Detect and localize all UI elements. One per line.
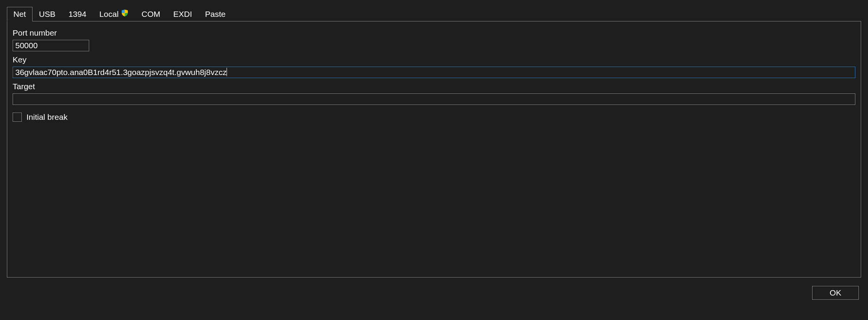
tab-label: Net: [13, 10, 26, 19]
port-number-input[interactable]: [13, 40, 89, 51]
tab-exdi[interactable]: EXDI: [167, 7, 199, 21]
tab-label: Local: [100, 10, 119, 19]
initial-break-checkbox[interactable]: [13, 113, 22, 122]
initial-break-row[interactable]: Initial break: [13, 113, 855, 122]
tab-strip: Net USB 1394 Local COM EXDI Paste: [0, 0, 868, 21]
tab-paste[interactable]: Paste: [199, 7, 232, 21]
tab-net[interactable]: Net: [7, 7, 33, 21]
initial-break-label: Initial break: [26, 113, 67, 122]
target-input[interactable]: [13, 93, 855, 105]
tab-com[interactable]: COM: [135, 7, 167, 21]
text-caret-icon: [227, 68, 227, 76]
key-input-value: 36gvlaac70pto.ana0B1rd4r51.3goazpjsvzq4t…: [15, 68, 227, 77]
dialog-footer: OK: [0, 278, 868, 300]
target-label: Target: [13, 82, 855, 91]
ok-button-label: OK: [830, 288, 841, 297]
tab-label: USB: [39, 10, 55, 19]
tab-usb[interactable]: USB: [33, 7, 62, 21]
key-input[interactable]: 36gvlaac70pto.ana0B1rd4r51.3goazpjsvzq4t…: [13, 67, 855, 78]
tab-panel-net: Port number Key 36gvlaac70pto.ana0B1rd4r…: [7, 21, 861, 278]
key-label: Key: [13, 55, 855, 64]
port-number-label: Port number: [13, 28, 855, 38]
tab-label: Paste: [205, 10, 226, 19]
ok-button[interactable]: OK: [812, 286, 859, 300]
tab-label: COM: [142, 10, 160, 19]
tab-local[interactable]: Local: [93, 7, 135, 21]
uac-shield-icon: [121, 9, 129, 19]
tab-label: 1394: [69, 10, 86, 19]
tab-1394[interactable]: 1394: [62, 7, 93, 21]
tab-label: EXDI: [173, 10, 192, 19]
